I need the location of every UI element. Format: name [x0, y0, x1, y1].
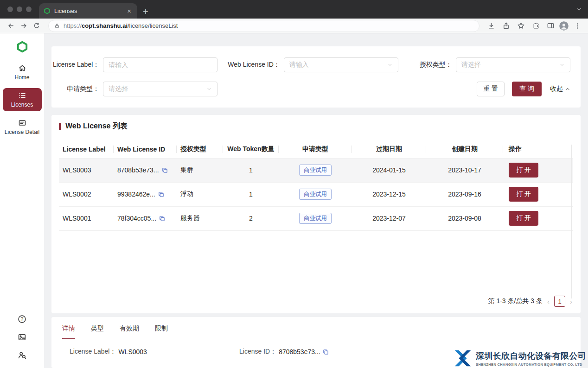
cell-actions: 打 开 [503, 206, 573, 230]
help-icon[interactable]: ? [18, 315, 26, 324]
auth-type-select[interactable]: 请选择 [456, 57, 570, 72]
cell-apply-type: 商业试用 [279, 206, 352, 230]
window-close-button[interactable] [7, 6, 13, 12]
image-feedback-icon[interactable] [18, 333, 26, 342]
back-button[interactable] [5, 20, 17, 32]
window-zoom-button[interactable] [26, 6, 32, 12]
address-bar[interactable]: https://copt.shanshu.ai/license/licenseL… [48, 20, 479, 32]
bookmark-star-icon[interactable] [515, 20, 527, 32]
apply-type-tag: 商业试用 [299, 189, 332, 200]
table-scrollbar[interactable] [571, 145, 572, 298]
lock-icon[interactable] [54, 23, 60, 29]
filter-label: License Label： [51, 61, 99, 69]
table-row[interactable]: WLS0002 99382462e... 浮动 1 商业试用 2023-12-1… [59, 182, 573, 206]
reset-button[interactable]: 重 置 [477, 82, 505, 96]
collapse-toggle[interactable]: 收起 [550, 85, 570, 93]
open-button[interactable]: 打 开 [509, 211, 538, 226]
license-label-input[interactable] [103, 57, 217, 72]
cell-actions: 打 开 [503, 182, 573, 206]
home-icon [18, 64, 26, 72]
user-search-icon[interactable] [18, 351, 26, 360]
sidebar-item-license-detail[interactable]: License Detail [0, 115, 44, 139]
chevron-down-icon [559, 62, 565, 68]
web-license-id-select[interactable]: 请输入 [284, 57, 398, 72]
search-button[interactable]: 查 询 [512, 82, 542, 96]
toolbar-actions [485, 20, 583, 32]
profile-avatar[interactable] [559, 21, 569, 31]
company-watermark: 深圳长欣自动化设备有限公司 SHENZHEN CHANGXIN AUTOMATI… [453, 349, 586, 367]
sidebar-item-label: License Detail [5, 129, 39, 135]
cell-license-id: 99382462e... [114, 182, 177, 206]
tab-search-chevron-icon[interactable] [576, 6, 582, 13]
tab-favicon-icon [44, 7, 51, 14]
cell-create-date: 2023-09-16 [426, 182, 503, 206]
copy-icon[interactable] [159, 216, 165, 222]
share-icon[interactable] [500, 20, 512, 32]
app-logo-icon[interactable] [16, 41, 28, 53]
license-list-card: Web License 列表 License Label Web License… [51, 115, 581, 313]
download-icon[interactable] [485, 20, 497, 32]
title-accent-bar [59, 123, 61, 130]
pagination-summary: 第 1-3 条/总共 3 条 [488, 297, 543, 305]
tab-detail[interactable]: 详情 [62, 322, 75, 339]
cell-license-id: 78f304cc05... [114, 206, 177, 230]
reload-button[interactable] [31, 20, 43, 32]
browser-menu-kebab-icon[interactable] [571, 20, 583, 32]
cell-license-id: 8708b53e73... [114, 158, 177, 182]
cell-expire-date: 2023-12-15 [352, 182, 426, 206]
company-name-cn: 深圳长欣自动化设备有限公司 [476, 350, 586, 362]
cell-create-date: 2023-10-17 [426, 158, 503, 182]
chevron-down-icon [387, 62, 393, 68]
browser-toolbar: https://copt.shanshu.ai/license/licenseL… [0, 19, 588, 33]
column-header-expire-date: 过期日期 [352, 140, 426, 158]
sidebar-item-licenses[interactable]: Licenses [3, 88, 42, 111]
apply-type-select[interactable]: 请选择 [103, 82, 217, 96]
cell-auth-type: 集群 [177, 158, 223, 182]
detail-license-label: License Label： WLS0003 [70, 348, 239, 356]
filter-label: Web License ID： [228, 61, 280, 69]
window-controls [7, 6, 32, 12]
copy-icon[interactable] [323, 349, 329, 355]
browser-window: Licenses × + https://copt.shanshu.ai/lic… [0, 0, 588, 368]
url-text: https://copt.shanshu.ai/license/licenseL… [64, 22, 178, 29]
license-card-icon [18, 119, 26, 127]
tab-type[interactable]: 类型 [91, 322, 104, 339]
tab-strip: Licenses × + [0, 0, 588, 19]
sidebar-bottom-tools: ? [18, 315, 26, 360]
table-row[interactable]: WLS0001 78f304cc05... 服务器 2 商业试用 2023-12… [59, 206, 573, 230]
window-minimize-button[interactable] [17, 6, 22, 12]
new-tab-button[interactable]: + [143, 7, 148, 16]
copy-icon[interactable] [162, 167, 168, 173]
column-header-actions: 操作 [503, 140, 573, 158]
cell-apply-type: 商业试用 [279, 158, 352, 182]
cell-expire-date: 2023-12-07 [352, 206, 426, 230]
open-button[interactable]: 打 开 [509, 163, 538, 178]
sidebar-item-label: Licenses [11, 102, 33, 108]
list-icon [18, 91, 26, 100]
filter-actions: 重 置 查 询 收起 [477, 82, 581, 96]
table-header-row: License Label Web License ID 授权类型 Web To… [59, 140, 573, 158]
column-header-web-license-id: Web License ID [114, 140, 177, 158]
side-panel-icon[interactable] [544, 20, 556, 32]
tab-title: Licenses [54, 8, 122, 14]
copy-icon[interactable] [158, 191, 164, 197]
extensions-puzzle-icon[interactable] [530, 20, 542, 32]
tab-close-icon[interactable]: × [126, 7, 133, 15]
cell-apply-type: 商业试用 [279, 182, 352, 206]
forward-button[interactable] [18, 20, 30, 32]
filter-web-license-id: Web License ID： 请输入 [228, 57, 404, 72]
main-panel: License Label： Web License ID： 请输入 授权类型： [44, 33, 588, 368]
column-header-apply-type: 申请类型 [279, 140, 352, 158]
sidebar-item-home[interactable]: Home [0, 60, 44, 84]
table-row[interactable]: WLS0003 8708b53e73... 集群 1 商业试用 2024-01-… [59, 158, 573, 182]
tab-restrictions[interactable]: 限制 [155, 322, 168, 339]
tab-validity[interactable]: 有效期 [120, 322, 139, 339]
pagination: 第 1-3 条/总共 3 条 ‹ 1 › [59, 292, 573, 310]
chevron-up-icon [565, 86, 570, 92]
pagination-page-1[interactable]: 1 [554, 296, 565, 307]
browser-tab[interactable]: Licenses × [39, 3, 137, 19]
column-header-license-label: License Label [59, 140, 114, 158]
pagination-next-icon[interactable]: › [570, 298, 572, 305]
pagination-prev-icon[interactable]: ‹ [547, 298, 550, 305]
open-button[interactable]: 打 开 [509, 187, 538, 202]
